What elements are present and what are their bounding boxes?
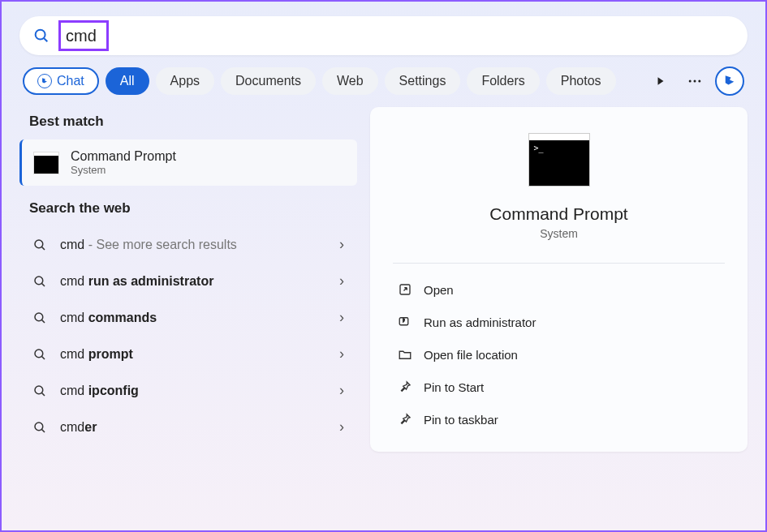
web-result-label: cmder	[60, 420, 339, 435]
action-run-as-administrator[interactable]: Run as administrator	[393, 306, 725, 338]
more-icon[interactable]	[681, 67, 709, 95]
action-open[interactable]: Open	[393, 273, 725, 306]
best-match-subtitle: System	[71, 164, 176, 176]
svg-line-12	[42, 356, 45, 358]
filter-row: Chat All Apps Documents Web Settings Fol…	[2, 66, 765, 107]
svg-line-16	[42, 429, 45, 431]
chevron-right-icon: ›	[339, 272, 344, 290]
best-match-item[interactable]: Command Prompt System	[19, 139, 357, 186]
svg-line-8	[42, 283, 45, 285]
svg-point-4	[698, 80, 700, 83]
filter-settings[interactable]: Settings	[385, 67, 461, 95]
web-result-label: cmd prompt	[60, 347, 339, 362]
action-label: Open	[424, 283, 454, 297]
action-pin-to-taskbar[interactable]: Pin to taskbar	[393, 403, 725, 435]
web-result-label: cmd run as administrator	[60, 274, 339, 289]
bing-icon	[37, 74, 52, 88]
action-label: Pin to Start	[424, 380, 484, 394]
svg-line-14	[42, 393, 45, 395]
svg-line-1	[44, 38, 47, 41]
detail-title: Command Prompt	[489, 204, 627, 224]
detail-subtitle: System	[540, 227, 578, 240]
pin-icon	[398, 380, 412, 394]
svg-point-2	[689, 80, 692, 83]
best-match-title: Command Prompt	[71, 149, 176, 164]
svg-line-10	[42, 320, 45, 322]
filter-all[interactable]: All	[106, 67, 149, 95]
filter-documents[interactable]: Documents	[221, 67, 316, 95]
results-column: Best match Command Prompt System Search …	[19, 107, 357, 452]
command-prompt-icon	[33, 152, 59, 174]
action-label: Open file location	[424, 348, 518, 362]
chevron-right-icon: ›	[339, 418, 344, 435]
svg-point-11	[35, 350, 43, 358]
svg-point-0	[36, 30, 45, 40]
open-icon	[398, 282, 412, 297]
svg-point-5	[35, 240, 43, 248]
web-result[interactable]: cmd commands ›	[19, 299, 357, 336]
svg-point-13	[35, 386, 43, 394]
web-result-label: cmd commands	[60, 311, 339, 325]
admin-icon	[398, 315, 412, 329]
pin-icon	[398, 412, 412, 427]
bing-chat-icon[interactable]	[715, 66, 744, 96]
search-input[interactable]: cmd	[58, 20, 109, 51]
search-icon	[32, 347, 47, 362]
web-result[interactable]: cmder ›	[19, 409, 357, 445]
action-pin-to-start[interactable]: Pin to Start	[393, 371, 725, 403]
svg-point-9	[35, 313, 43, 321]
chevron-right-icon: ›	[339, 236, 344, 253]
filter-web[interactable]: Web	[322, 67, 378, 95]
web-result-label: cmd - See more search results	[60, 238, 339, 252]
web-result-label: cmd ipconfig	[60, 384, 339, 398]
action-label: Run as administrator	[424, 315, 536, 329]
search-icon	[32, 420, 47, 435]
search-icon	[32, 27, 50, 45]
chevron-right-icon: ›	[339, 309, 344, 326]
search-icon	[32, 384, 47, 398]
action-open-file-location[interactable]: Open file location	[393, 338, 725, 371]
filter-photos[interactable]: Photos	[546, 67, 616, 95]
svg-point-3	[694, 80, 696, 83]
chat-button[interactable]: Chat	[23, 67, 99, 95]
search-icon	[32, 274, 47, 289]
svg-point-7	[35, 277, 43, 285]
expand-icon[interactable]	[647, 67, 674, 95]
web-result[interactable]: cmd prompt ›	[19, 336, 357, 372]
best-match-heading: Best match	[19, 107, 357, 139]
filter-apps[interactable]: Apps	[156, 67, 214, 95]
chat-label: Chat	[57, 74, 84, 88]
search-icon	[32, 311, 47, 325]
search-web-heading: Search the web	[19, 194, 357, 226]
folder-icon	[398, 347, 412, 362]
chevron-right-icon: ›	[339, 345, 344, 363]
action-label: Pin to taskbar	[424, 413, 498, 427]
search-bar[interactable]: cmd	[19, 16, 748, 55]
search-icon	[32, 238, 47, 252]
web-result[interactable]: cmd - See more search results ›	[19, 226, 357, 263]
chevron-right-icon: ›	[339, 382, 344, 399]
web-result[interactable]: cmd ipconfig ›	[19, 372, 357, 409]
svg-point-15	[35, 423, 43, 431]
filter-folders[interactable]: Folders	[467, 67, 539, 95]
detail-panel: Command Prompt System OpenRun as adminis…	[370, 107, 748, 452]
svg-line-6	[42, 247, 45, 249]
command-prompt-icon-large	[528, 133, 590, 187]
web-result[interactable]: cmd run as administrator ›	[19, 263, 357, 299]
